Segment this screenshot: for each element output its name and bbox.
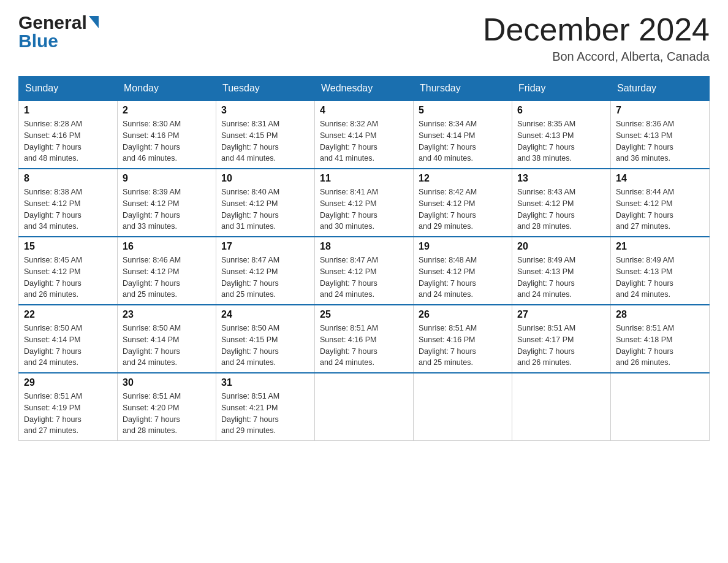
day-info: Sunrise: 8:51 AM Sunset: 4:18 PM Dayligh…	[616, 323, 704, 369]
page-header: General Blue December 2024 Bon Accord, A…	[18, 12, 710, 64]
day-number: 22	[24, 309, 112, 320]
day-number: 11	[320, 173, 408, 184]
day-info: Sunrise: 8:47 AM Sunset: 4:12 PM Dayligh…	[221, 255, 309, 301]
calendar-cell	[414, 373, 512, 441]
column-header-tuesday: Tuesday	[216, 77, 315, 101]
day-number: 9	[123, 173, 211, 184]
calendar-cell: 11 Sunrise: 8:41 AM Sunset: 4:12 PM Dayl…	[315, 169, 414, 237]
day-info: Sunrise: 8:51 AM Sunset: 4:16 PM Dayligh…	[419, 323, 507, 369]
day-number: 29	[24, 377, 112, 388]
calendar-cell: 24 Sunrise: 8:50 AM Sunset: 4:15 PM Dayl…	[216, 305, 315, 373]
calendar-cell: 13 Sunrise: 8:43 AM Sunset: 4:12 PM Dayl…	[512, 169, 611, 237]
day-number: 4	[320, 105, 408, 116]
calendar-cell: 9 Sunrise: 8:39 AM Sunset: 4:12 PM Dayli…	[118, 169, 216, 237]
day-info: Sunrise: 8:50 AM Sunset: 4:14 PM Dayligh…	[24, 323, 112, 369]
calendar-cell: 17 Sunrise: 8:47 AM Sunset: 4:12 PM Dayl…	[216, 237, 315, 305]
day-info: Sunrise: 8:50 AM Sunset: 4:14 PM Dayligh…	[123, 323, 211, 369]
week-row-5: 29 Sunrise: 8:51 AM Sunset: 4:19 PM Dayl…	[19, 373, 710, 441]
day-info: Sunrise: 8:51 AM Sunset: 4:19 PM Dayligh…	[24, 391, 112, 437]
day-info: Sunrise: 8:39 AM Sunset: 4:12 PM Dayligh…	[123, 186, 211, 232]
logo-general-text: General	[18, 12, 87, 33]
day-info: Sunrise: 8:34 AM Sunset: 4:14 PM Dayligh…	[419, 118, 507, 164]
calendar-cell: 22 Sunrise: 8:50 AM Sunset: 4:14 PM Dayl…	[19, 305, 118, 373]
calendar-cell: 6 Sunrise: 8:35 AM Sunset: 4:13 PM Dayli…	[512, 101, 611, 169]
day-number: 15	[24, 241, 112, 252]
calendar-cell: 29 Sunrise: 8:51 AM Sunset: 4:19 PM Dayl…	[19, 373, 118, 441]
day-info: Sunrise: 8:43 AM Sunset: 4:12 PM Dayligh…	[517, 186, 605, 232]
day-info: Sunrise: 8:51 AM Sunset: 4:16 PM Dayligh…	[320, 323, 408, 369]
calendar-cell: 16 Sunrise: 8:46 AM Sunset: 4:12 PM Dayl…	[118, 237, 216, 305]
week-row-3: 15 Sunrise: 8:45 AM Sunset: 4:12 PM Dayl…	[19, 237, 710, 305]
calendar-cell: 20 Sunrise: 8:49 AM Sunset: 4:13 PM Dayl…	[512, 237, 611, 305]
day-info: Sunrise: 8:42 AM Sunset: 4:12 PM Dayligh…	[419, 186, 507, 232]
day-info: Sunrise: 8:30 AM Sunset: 4:16 PM Dayligh…	[123, 118, 211, 164]
day-number: 16	[123, 241, 211, 252]
location-text: Bon Accord, Alberta, Canada	[483, 50, 710, 64]
calendar-cell: 1 Sunrise: 8:28 AM Sunset: 4:16 PM Dayli…	[19, 101, 118, 169]
calendar-table: SundayMondayTuesdayWednesdayThursdayFrid…	[18, 76, 710, 441]
day-info: Sunrise: 8:49 AM Sunset: 4:13 PM Dayligh…	[517, 255, 605, 301]
day-number: 1	[24, 105, 112, 116]
day-info: Sunrise: 8:38 AM Sunset: 4:12 PM Dayligh…	[24, 186, 112, 232]
month-title: December 2024	[483, 12, 710, 47]
calendar-cell: 4 Sunrise: 8:32 AM Sunset: 4:14 PM Dayli…	[315, 101, 414, 169]
day-number: 21	[616, 241, 704, 252]
column-header-monday: Monday	[118, 77, 216, 101]
day-number: 2	[123, 105, 211, 116]
column-header-sunday: Sunday	[19, 77, 118, 101]
day-info: Sunrise: 8:45 AM Sunset: 4:12 PM Dayligh…	[24, 255, 112, 301]
day-number: 14	[616, 173, 704, 184]
day-info: Sunrise: 8:40 AM Sunset: 4:12 PM Dayligh…	[221, 186, 309, 232]
day-number: 12	[419, 173, 507, 184]
calendar-cell: 7 Sunrise: 8:36 AM Sunset: 4:13 PM Dayli…	[611, 101, 710, 169]
day-info: Sunrise: 8:46 AM Sunset: 4:12 PM Dayligh…	[123, 255, 211, 301]
day-info: Sunrise: 8:49 AM Sunset: 4:13 PM Dayligh…	[616, 255, 704, 301]
day-info: Sunrise: 8:32 AM Sunset: 4:14 PM Dayligh…	[320, 118, 408, 164]
day-info: Sunrise: 8:41 AM Sunset: 4:12 PM Dayligh…	[320, 186, 408, 232]
day-number: 5	[419, 105, 507, 116]
calendar-cell: 15 Sunrise: 8:45 AM Sunset: 4:12 PM Dayl…	[19, 237, 118, 305]
calendar-cell: 31 Sunrise: 8:51 AM Sunset: 4:21 PM Dayl…	[216, 373, 315, 441]
day-number: 17	[221, 241, 309, 252]
day-number: 23	[123, 309, 211, 320]
column-header-saturday: Saturday	[611, 77, 710, 101]
day-number: 31	[221, 377, 309, 388]
day-info: Sunrise: 8:51 AM Sunset: 4:20 PM Dayligh…	[123, 391, 211, 437]
day-info: Sunrise: 8:31 AM Sunset: 4:15 PM Dayligh…	[221, 118, 309, 164]
week-row-2: 8 Sunrise: 8:38 AM Sunset: 4:12 PM Dayli…	[19, 169, 710, 237]
logo-blue-text: Blue	[18, 31, 58, 52]
calendar-cell: 2 Sunrise: 8:30 AM Sunset: 4:16 PM Dayli…	[118, 101, 216, 169]
day-number: 8	[24, 173, 112, 184]
calendar-cell: 10 Sunrise: 8:40 AM Sunset: 4:12 PM Dayl…	[216, 169, 315, 237]
calendar-cell: 25 Sunrise: 8:51 AM Sunset: 4:16 PM Dayl…	[315, 305, 414, 373]
day-number: 18	[320, 241, 408, 252]
calendar-cell: 19 Sunrise: 8:48 AM Sunset: 4:12 PM Dayl…	[414, 237, 512, 305]
calendar-cell	[611, 373, 710, 441]
calendar-cell: 23 Sunrise: 8:50 AM Sunset: 4:14 PM Dayl…	[118, 305, 216, 373]
day-info: Sunrise: 8:51 AM Sunset: 4:21 PM Dayligh…	[221, 391, 309, 437]
week-row-1: 1 Sunrise: 8:28 AM Sunset: 4:16 PM Dayli…	[19, 101, 710, 169]
calendar-cell: 26 Sunrise: 8:51 AM Sunset: 4:16 PM Dayl…	[414, 305, 512, 373]
logo: General Blue	[18, 12, 99, 52]
calendar-cell: 30 Sunrise: 8:51 AM Sunset: 4:20 PM Dayl…	[118, 373, 216, 441]
column-header-thursday: Thursday	[414, 77, 512, 101]
day-info: Sunrise: 8:44 AM Sunset: 4:12 PM Dayligh…	[616, 186, 704, 232]
day-info: Sunrise: 8:47 AM Sunset: 4:12 PM Dayligh…	[320, 255, 408, 301]
day-info: Sunrise: 8:50 AM Sunset: 4:15 PM Dayligh…	[221, 323, 309, 369]
calendar-cell: 8 Sunrise: 8:38 AM Sunset: 4:12 PM Dayli…	[19, 169, 118, 237]
day-number: 24	[221, 309, 309, 320]
day-number: 13	[517, 173, 605, 184]
day-number: 30	[123, 377, 211, 388]
day-number: 28	[616, 309, 704, 320]
title-section: December 2024 Bon Accord, Alberta, Canad…	[483, 12, 710, 64]
calendar-cell: 18 Sunrise: 8:47 AM Sunset: 4:12 PM Dayl…	[315, 237, 414, 305]
day-info: Sunrise: 8:51 AM Sunset: 4:17 PM Dayligh…	[517, 323, 605, 369]
day-info: Sunrise: 8:48 AM Sunset: 4:12 PM Dayligh…	[419, 255, 507, 301]
week-row-4: 22 Sunrise: 8:50 AM Sunset: 4:14 PM Dayl…	[19, 305, 710, 373]
calendar-cell: 12 Sunrise: 8:42 AM Sunset: 4:12 PM Dayl…	[414, 169, 512, 237]
day-number: 20	[517, 241, 605, 252]
calendar-cell: 21 Sunrise: 8:49 AM Sunset: 4:13 PM Dayl…	[611, 237, 710, 305]
day-number: 10	[221, 173, 309, 184]
calendar-header-row: SundayMondayTuesdayWednesdayThursdayFrid…	[19, 77, 710, 101]
calendar-cell: 14 Sunrise: 8:44 AM Sunset: 4:12 PM Dayl…	[611, 169, 710, 237]
